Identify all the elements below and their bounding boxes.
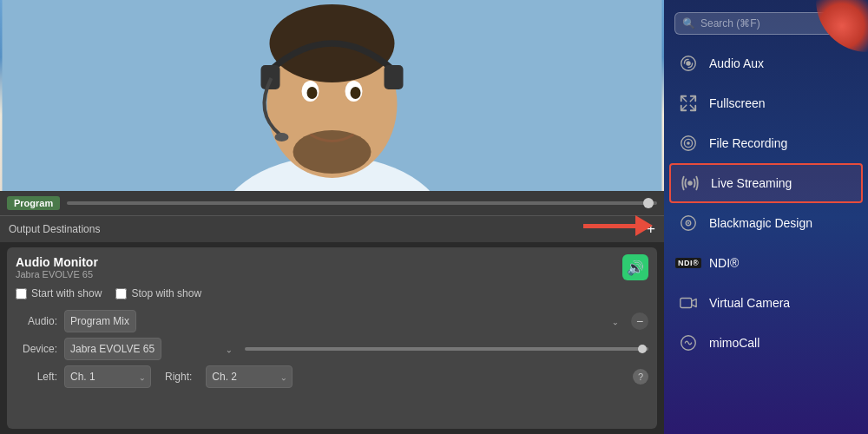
menu-item-ndi[interactable]: NDI® NDI® [664, 243, 868, 283]
program-label: Program [7, 196, 60, 210]
svg-point-14 [686, 61, 691, 66]
audio-aux-label: Audio Aux [709, 56, 764, 70]
start-with-show-label: Start with show [31, 287, 102, 299]
menu-item-fullscreen[interactable]: Fullscreen [664, 83, 868, 123]
audio-form: Audio: Program Mix − Device: Jabra EVOLV… [7, 306, 657, 400]
left-channel-select[interactable]: Ch. 1 [64, 365, 151, 388]
device-select-wrapper: Jabra EVOLVE 65 [64, 338, 238, 360]
left-channel-wrapper: Ch. 1 [64, 365, 151, 388]
audio-aux-icon [676, 51, 700, 76]
svg-point-17 [687, 141, 690, 145]
svg-point-8 [307, 87, 318, 99]
menu-item-mimocall[interactable]: mimoCall [664, 323, 868, 363]
output-type-menu: 🔍 Audio Aux Fullscreen [664, 0, 868, 434]
virtual-camera-label: Virtual Camera [709, 296, 790, 310]
svg-rect-10 [261, 65, 280, 89]
audio-row: Audio: Program Mix − [16, 310, 648, 332]
blackmagic-label: Blackmagic Design [709, 216, 812, 230]
program-slider-thumb [643, 198, 654, 208]
show-options-row: Start with show Stop with show [7, 284, 657, 306]
search-box[interactable]: 🔍 [674, 12, 858, 35]
live-streaming-icon [678, 171, 702, 195]
stop-with-show-input[interactable] [115, 288, 127, 299]
ndi-label: NDI® [709, 256, 739, 270]
ndi-badge: NDI® [675, 258, 701, 268]
svg-point-5 [293, 130, 372, 174]
mimocall-icon [676, 331, 700, 355]
device-slider-thumb [638, 345, 647, 353]
device-label: Device: [16, 343, 57, 355]
virtual-camera-icon [676, 291, 700, 315]
audio-select[interactable]: Program Mix [64, 310, 136, 332]
help-button[interactable]: ? [633, 369, 648, 385]
audio-monitor-title-group: Audio Monitor Jabra EVOLVE 65 [16, 255, 98, 279]
left-label: Left: [16, 371, 57, 383]
audio-monitor-title: Audio Monitor [16, 255, 98, 269]
menu-item-file-recording[interactable]: File Recording [664, 123, 868, 163]
search-input[interactable] [700, 17, 850, 30]
file-recording-label: File Recording [709, 136, 787, 150]
svg-rect-11 [385, 65, 404, 89]
audio-label: Audio: [16, 315, 57, 327]
audio-monitor-subtitle: Jabra EVOLVE 65 [16, 269, 98, 279]
stop-with-show-checkbox[interactable]: Stop with show [115, 287, 201, 299]
device-slider[interactable] [245, 347, 648, 351]
audio-monitor-panel: Audio Monitor Jabra EVOLVE 65 🔊 Start wi… [7, 247, 657, 429]
channels-row: Left: Ch. 1 Right: Ch. 2 ? [16, 365, 648, 388]
start-with-show-input[interactable] [16, 288, 27, 299]
audio-remove-button[interactable]: − [631, 312, 648, 330]
audio-monitor-header: Audio Monitor Jabra EVOLVE 65 🔊 [7, 247, 657, 284]
fullscreen-label: Fullscreen [709, 96, 766, 110]
fullscreen-icon [676, 91, 700, 115]
add-output-button[interactable]: + [646, 221, 655, 237]
audio-toggle-button[interactable]: 🔊 [622, 254, 648, 280]
menu-item-blackmagic[interactable]: Blackmagic Design [664, 203, 868, 243]
live-streaming-label: Live Streaming [711, 176, 792, 190]
left-panel: Program Output Destinations + Audio Moni… [0, 0, 664, 434]
menu-item-live-streaming[interactable]: Live Streaming [669, 163, 863, 203]
right-channel-wrapper: Ch. 2 [206, 365, 293, 388]
device-select[interactable]: Jabra EVOLVE 65 [64, 338, 161, 360]
right-channel-select[interactable]: Ch. 2 [206, 365, 293, 388]
menu-item-audio-aux[interactable]: Audio Aux [664, 43, 868, 83]
output-destinations-title: Output Destinations [9, 223, 100, 235]
ndi-icon: NDI® [676, 251, 700, 275]
device-slider-wrapper [245, 347, 648, 351]
right-label: Right: [165, 371, 192, 383]
blackmagic-icon [676, 211, 700, 235]
search-icon: 🔍 [682, 17, 695, 30]
speaker-icon: 🔊 [627, 260, 644, 276]
svg-point-18 [687, 181, 693, 186]
stop-with-show-label: Stop with show [131, 287, 201, 299]
menu-item-virtual-camera[interactable]: Virtual Camera [664, 283, 868, 323]
audio-select-wrapper: Program Mix [64, 310, 624, 332]
svg-point-21 [687, 222, 689, 224]
start-with-show-checkbox[interactable]: Start with show [16, 287, 102, 299]
file-recording-icon [676, 131, 700, 155]
program-bar: Program [0, 191, 664, 215]
svg-point-9 [351, 87, 361, 99]
device-row: Device: Jabra EVOLVE 65 [16, 338, 648, 360]
video-feed [0, 0, 664, 191]
svg-point-12 [275, 133, 289, 141]
program-slider[interactable] [67, 201, 657, 205]
output-destinations-header: Output Destinations + [0, 215, 664, 242]
svg-rect-22 [681, 299, 692, 308]
video-preview [0, 0, 664, 191]
mimocall-label: mimoCall [709, 336, 760, 350]
